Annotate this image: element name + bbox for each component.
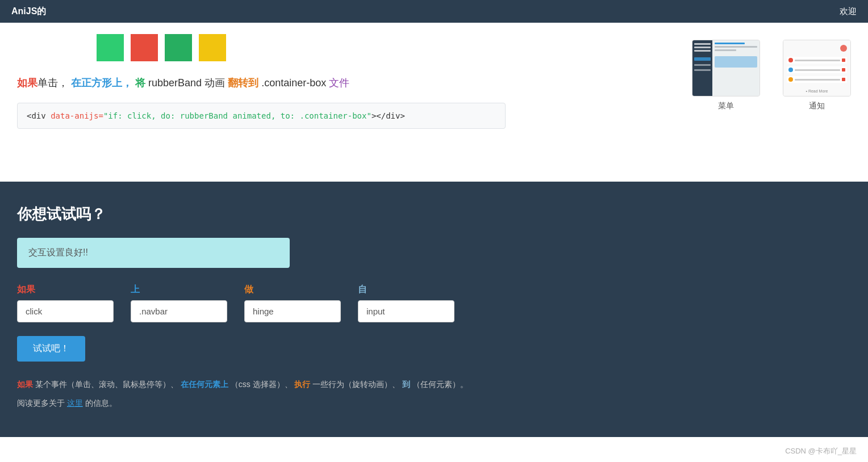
bottom-description: 如果 某个事件（单击、滚动、鼠标悬停等）、 在任何元素上 （css 选择器）、 … [17,377,851,392]
field-on: 上 [131,284,227,322]
input-do[interactable] [244,300,341,322]
read-more-text: 阅读更多关于 这里 的信息。 [17,398,851,409]
thumbnail-menu[interactable]: 菜单 [692,40,760,111]
read-more-link[interactable]: 这里 [67,398,83,408]
label-if: 如果 [17,284,114,296]
interactive-box-text: 交互设置良好!! [28,247,88,257]
field-from: 自 [358,284,454,322]
welcome-text: 欢迎 [840,6,857,17]
kw-on: 在正方形上， [71,77,132,89]
bottom-section: 你想试试吗？ 交互设置良好!! 如果 上 做 自 试试吧！ 如果 某个事件（单击… [0,182,868,437]
try-heading: 你想试试吗？ [17,204,851,224]
square-green[interactable] [97,34,124,61]
kw-put: 将 [135,77,145,89]
form-row: 如果 上 做 自 [17,284,851,322]
kw-if: 如果 [17,77,37,89]
field-if: 如果 [17,284,114,322]
label-do: 做 [244,284,341,296]
thumbnail-notification[interactable]: • Read More 通知 [783,40,851,111]
thumbnail-menu-frame [692,40,760,96]
thumbnail-notification-label: 通知 [809,101,825,111]
input-if[interactable] [17,300,114,322]
field-do: 做 [244,284,341,322]
label-on: 上 [131,284,227,296]
top-section: 如果单击， 在正方形上， 将 rubberBand 动画 翻转到 .contai… [0,23,868,182]
left-content: 如果单击， 在正方形上， 将 rubberBand 动画 翻转到 .contai… [17,34,540,165]
input-on[interactable] [131,300,227,322]
code-block: <div data-anijs="if: click, do: rubberBa… [17,103,506,129]
thumbnail-notification-frame: • Read More [783,40,851,96]
color-squares [97,34,540,61]
interactive-box: 交互设置良好!! [17,238,290,268]
thumbnail-menu-label: 菜单 [718,101,734,111]
input-from[interactable] [358,300,454,322]
description-text: 如果单击， 在正方形上， 将 rubberBand 动画 翻转到 .contai… [17,75,540,91]
square-dark-green[interactable] [165,34,192,61]
kw-flip: 翻转到 [228,77,258,89]
square-red[interactable] [131,34,158,61]
top-navbar: AniJS的 欢迎 [0,0,868,23]
try-button[interactable]: 试试吧！ [17,336,85,362]
right-thumbnails: 菜单 [692,34,851,165]
label-from: 自 [358,284,454,296]
kw-file: 文件 [329,77,349,89]
square-yellow[interactable] [199,34,226,61]
brand-logo: AniJS的 [11,6,46,18]
